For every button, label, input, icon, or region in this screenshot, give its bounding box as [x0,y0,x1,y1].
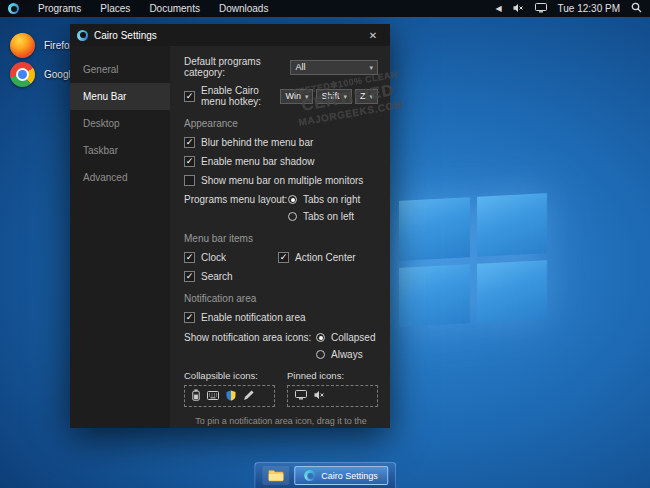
keyboard-icon[interactable] [207,391,219,402]
menu-bar-items-heading: Menu bar items [184,233,378,244]
layout-tabs-left-radio[interactable] [288,212,297,221]
layout-tabs-right-radio[interactable] [288,195,297,204]
collapsible-icons-box[interactable] [184,385,275,407]
cairo-menu-icon[interactable] [8,3,19,14]
sidebar-item-menu-bar[interactable]: Menu Bar [70,83,170,110]
default-programs-value: All [295,62,365,72]
chevron-down-icon: ▾ [305,93,309,100]
default-programs-dropdown[interactable]: All ▾ [290,60,378,75]
search-icon[interactable] [631,2,642,15]
monitor-icon[interactable] [535,3,547,15]
cairo-window-icon [77,30,88,41]
collapse-arrow-icon[interactable]: ◀ [495,5,501,13]
clock-checkbox[interactable]: ✓ [184,252,195,263]
menu-places[interactable]: Places [100,3,130,14]
firefox-icon [10,33,35,58]
volume-muted-icon[interactable] [513,3,524,15]
taskbar: Cairo Settings [254,462,396,488]
settings-sidebar: General Menu Bar Desktop Taskbar Advance… [70,46,170,428]
hotkey-checkbox[interactable]: ✓ [184,91,195,102]
blur-label: Blur behind the menu bar [201,137,313,148]
show-icons-always-radio[interactable] [316,350,325,359]
cairo-task-icon [304,470,315,481]
chevron-down-icon: ▾ [369,93,373,100]
menu-programs[interactable]: Programs [38,3,81,14]
show-icons-collapsed-radio[interactable] [316,333,325,342]
check-icon: ✓ [186,272,194,281]
sidebar-item-taskbar[interactable]: Taskbar [70,137,170,164]
pen-icon[interactable] [243,390,254,403]
tray-help-text: To pin a notification area icon, drag it… [184,415,378,428]
window-titlebar[interactable]: Cairo Settings ✕ [70,24,390,46]
shadow-checkbox[interactable]: ✓ [184,156,195,167]
menu-bar-right: ◀ Tue 12:30 PM [495,2,650,15]
taskbar-task-cairo-settings[interactable]: Cairo Settings [294,466,388,485]
check-icon: ✓ [186,138,194,147]
layout-tabs-right-label: Tabs on right [303,194,360,205]
top-menu-bar: Programs Places Documents Downloads ◀ Tu… [0,0,650,17]
check-icon: ✓ [280,253,288,262]
windows-logo-pane [399,197,470,260]
show-icons-always-label: Always [331,349,363,360]
monitor-icon[interactable] [295,390,307,402]
default-programs-label: Default programs category: [184,56,290,78]
shadow-label: Enable menu bar shadow [201,156,314,167]
settings-content: Default programs category: All ▾ ✓ Enabl… [170,46,390,428]
volume-muted-icon[interactable] [314,390,325,402]
enable-notification-label: Enable notification area [201,312,306,323]
check-icon: ✓ [186,92,194,101]
hotkey-key2-dropdown[interactable]: Shift ▾ [316,89,352,104]
hotkey-key2-value: Shift [321,91,339,101]
search-checkbox[interactable]: ✓ [184,271,195,282]
pinned-icons-area: Pinned icons: [287,370,378,407]
hotkey-key3-dropdown[interactable]: Z ▾ [355,89,378,104]
multimon-label: Show menu bar on multiple monitors [201,175,363,186]
clock-label: Clock [201,252,226,263]
appearance-heading: Appearance [184,118,378,129]
show-icons-collapsed-label: Collapsed [331,332,375,343]
multimon-checkbox[interactable]: ✓ [184,175,195,186]
window-body: General Menu Bar Desktop Taskbar Advance… [70,46,390,428]
pinned-icons-box[interactable] [287,385,378,407]
check-icon: ✓ [186,313,194,322]
sidebar-item-general[interactable]: General [70,56,170,83]
menu-bar-clock[interactable]: Tue 12:30 PM [558,3,620,14]
show-icons-label: Show notification area icons: [184,332,316,360]
close-button[interactable]: ✕ [363,26,383,44]
check-icon: ✓ [186,157,194,166]
menu-bar-left: Programs Places Documents Downloads [0,3,268,14]
notification-area-heading: Notification area [184,293,378,304]
windows-logo [399,193,547,327]
window-title: Cairo Settings [94,30,157,41]
search-label: Search [201,271,233,282]
collapsible-icons-label: Collapsible icons: [184,370,275,381]
chevron-down-icon: ▾ [343,93,347,100]
windows-logo-pane [477,260,548,323]
chrome-icon [10,62,35,87]
defender-shield-icon[interactable] [226,390,236,403]
blur-checkbox[interactable]: ✓ [184,137,195,148]
file-explorer-button[interactable] [262,466,289,485]
hotkey-key1-dropdown[interactable]: Win ▾ [280,89,313,104]
menu-downloads[interactable]: Downloads [219,3,268,14]
check-icon: ✓ [186,253,194,262]
hotkey-label: Enable Cairo menu hotkey: [201,85,274,107]
action-center-label: Action Center [295,252,356,263]
enable-notification-checkbox[interactable]: ✓ [184,312,195,323]
sidebar-item-advanced[interactable]: Advanced [70,164,170,191]
battery-icon[interactable] [192,389,200,403]
windows-logo-pane [399,264,470,327]
chevron-down-icon: ▾ [369,64,373,71]
hotkey-key3-value: Z [360,91,366,101]
layout-tabs-left-label: Tabs on left [303,211,354,222]
pinned-icons-label: Pinned icons: [287,370,378,381]
sidebar-item-desktop[interactable]: Desktop [70,110,170,137]
taskbar-task-label: Cairo Settings [321,471,378,481]
windows-logo-pane [477,193,548,256]
desktop-icon-firefox[interactable]: Firefox [10,33,75,58]
layout-label: Programs menu layout: [184,194,288,222]
menu-documents[interactable]: Documents [149,3,200,14]
cairo-settings-window: Cairo Settings ✕ General Menu Bar Deskto… [70,24,390,428]
folder-icon [268,469,284,482]
action-center-checkbox[interactable]: ✓ [278,252,289,263]
